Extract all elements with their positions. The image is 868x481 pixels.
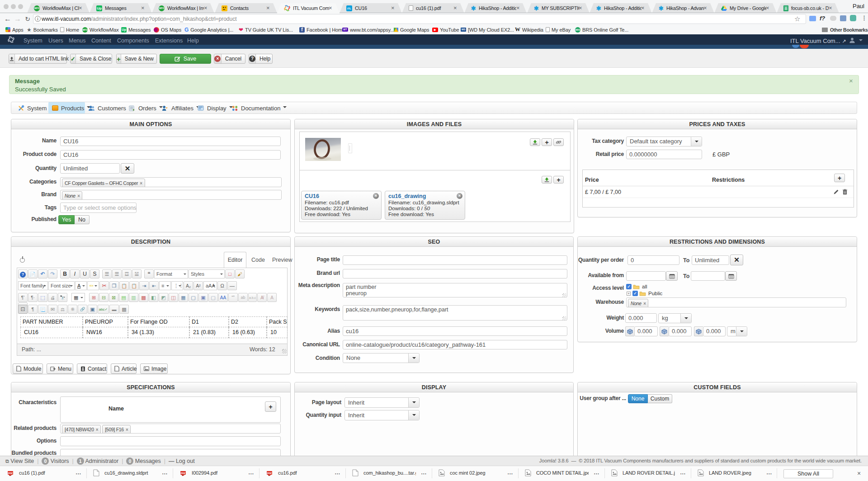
svg-text:PDF: PDF xyxy=(181,472,186,475)
svg-text:PDF: PDF xyxy=(267,472,273,475)
svg-text:PDF: PDF xyxy=(8,472,14,475)
